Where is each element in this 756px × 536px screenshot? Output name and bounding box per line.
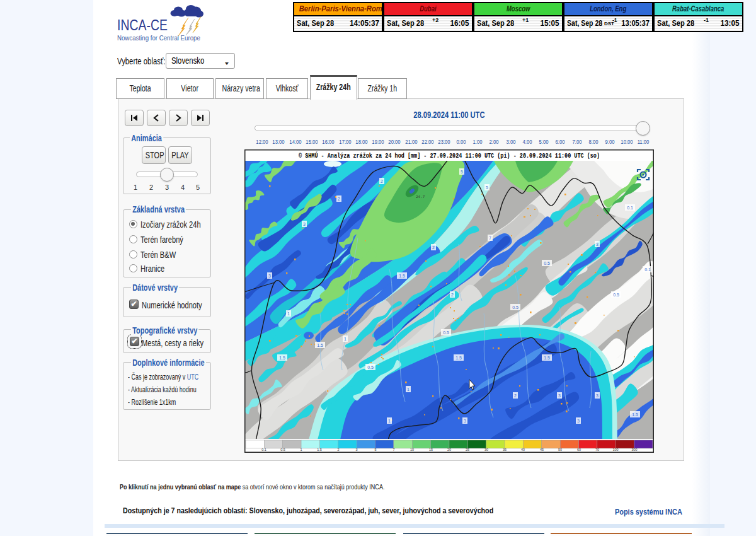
svg-text:1: 1 (407, 387, 410, 392)
svg-text:0.1: 0.1 (627, 206, 633, 210)
svg-text:1.5: 1.5 (544, 356, 550, 360)
svg-text:60: 60 (577, 448, 581, 452)
svg-text:0.5: 0.5 (613, 293, 619, 297)
svg-text:0.5: 0.5 (367, 365, 374, 370)
svg-text:3: 3 (596, 242, 598, 247)
svg-text:1: 1 (300, 448, 302, 452)
svg-text:30: 30 (484, 448, 488, 452)
svg-text:3: 3 (464, 419, 466, 423)
svg-text:0.1: 0.1 (261, 448, 266, 452)
svg-text:1.5: 1.5 (317, 448, 322, 452)
svg-text:7: 7 (489, 236, 491, 240)
svg-text:© SHMÚ - Analýza zrážok za 24: © SHMÚ - Analýza zrážok za 24 hod [mm] -… (299, 151, 600, 160)
svg-text:50: 50 (558, 448, 562, 452)
svg-text:2: 2 (338, 197, 340, 201)
svg-text:25: 25 (466, 448, 469, 452)
svg-text:1.5: 1.5 (399, 274, 405, 278)
svg-text:70: 70 (595, 448, 599, 452)
svg-text:1.5: 1.5 (317, 343, 323, 347)
svg-text:3: 3 (577, 419, 580, 423)
svg-text:2: 2 (381, 179, 383, 184)
svg-text:2: 2 (514, 393, 517, 398)
svg-text:10: 10 (410, 448, 414, 452)
svg-text:0.5: 0.5 (544, 261, 550, 265)
svg-text:5: 5 (461, 170, 463, 174)
svg-text:5: 5 (486, 185, 488, 190)
svg-text:7: 7 (392, 448, 394, 452)
svg-text:0.5: 0.5 (443, 330, 449, 335)
svg-text:1.5: 1.5 (279, 356, 285, 360)
svg-text:3: 3 (355, 448, 357, 452)
svg-text:100: 100 (612, 448, 618, 452)
svg-text:5: 5 (374, 448, 376, 452)
svg-text:45: 45 (540, 448, 544, 452)
svg-text:20: 20 (447, 448, 451, 452)
svg-text:3: 3 (303, 222, 306, 226)
svg-text:15: 15 (429, 448, 433, 452)
svg-text:2: 2 (451, 293, 454, 297)
svg-text:3: 3 (558, 393, 561, 398)
svg-text:35: 35 (503, 448, 507, 452)
svg-text:300: 300 (631, 448, 637, 452)
svg-text:40: 40 (521, 448, 525, 452)
svg-text:0.5: 0.5 (512, 305, 518, 310)
svg-text:3: 3 (596, 393, 598, 398)
svg-text:2: 2 (432, 245, 435, 250)
svg-text:24.7: 24.7 (416, 195, 425, 199)
svg-text:2: 2 (337, 448, 339, 452)
svg-text:1.5: 1.5 (632, 412, 638, 417)
svg-text:1.5: 1.5 (455, 356, 462, 360)
svg-text:3: 3 (268, 274, 271, 278)
svg-text:1: 1 (344, 337, 346, 341)
svg-text:1: 1 (388, 419, 391, 423)
svg-text:0.5: 0.5 (280, 448, 285, 452)
svg-text:0.1: 0.1 (644, 267, 651, 272)
svg-text:1: 1 (287, 312, 290, 316)
